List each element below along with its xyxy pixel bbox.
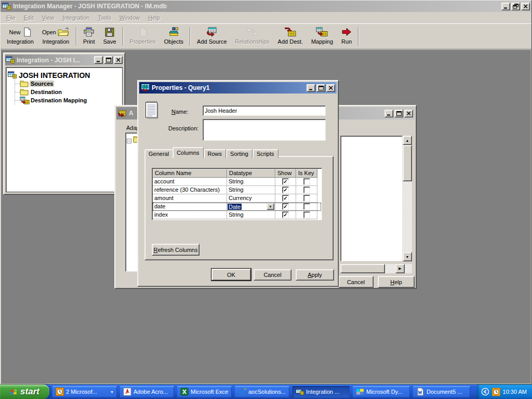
main-titlebar[interactable]: Integration Manager - JOSH INTEGRATION -… bbox=[1, 1, 531, 12]
toolbar-print-button[interactable]: Print bbox=[79, 25, 99, 48]
tree-item-sources[interactable]: Sources bbox=[15, 79, 121, 88]
hide-icons-chevron-icon[interactable] bbox=[481, 388, 489, 396]
grid-row-reference-30-characters[interactable]: reference (30 Characters)String✓ bbox=[153, 186, 321, 194]
scroll-right-icon[interactable]: ▶ bbox=[395, 264, 405, 273]
taskbar-button-2-microsof[interactable]: 2 Microsof...▼ bbox=[52, 386, 117, 398]
is-key-checkbox[interactable] bbox=[303, 187, 310, 193]
taskbar-button-integration[interactable]: Integration ... bbox=[292, 386, 350, 398]
scrollbar-thumb[interactable] bbox=[403, 145, 412, 181]
show-checkbox[interactable]: ✓ bbox=[282, 178, 289, 185]
toolbar-run-button[interactable]: Run bbox=[337, 25, 356, 48]
close-button[interactable] bbox=[404, 110, 413, 117]
toolbar-open-integration-button[interactable]: OpenIntegration bbox=[38, 25, 74, 48]
start-button[interactable]: start bbox=[0, 384, 49, 399]
taskbar-button-microsoft-excel[interactable]: Microsoft Excel bbox=[177, 386, 232, 398]
datatype-cell[interactable]: String bbox=[227, 211, 275, 219]
chevron-down-icon[interactable]: ▼ bbox=[110, 390, 114, 394]
grid-row-date[interactable]: dateDate▼✓ bbox=[153, 203, 321, 211]
minimize-button[interactable] bbox=[384, 110, 393, 117]
toolbar-new-integration-button[interactable]: NewIntegration bbox=[3, 25, 38, 48]
column-name-cell[interactable]: index bbox=[153, 211, 227, 219]
adapter-detail-list[interactable] bbox=[340, 136, 403, 261]
minimize-button[interactable] bbox=[501, 3, 510, 10]
toolbar-objects-button[interactable]: Objects bbox=[160, 25, 188, 48]
tab-rows[interactable]: Rows bbox=[204, 149, 227, 158]
datatype-cell[interactable]: String bbox=[227, 186, 275, 194]
grid-row-amount[interactable]: amountCurrency✓ bbox=[153, 194, 321, 203]
integration-window-titlebar[interactable]: Integration - JOSH I... bbox=[5, 55, 123, 65]
apply-button[interactable]: Apply bbox=[296, 269, 334, 281]
toolbar-add-dest-button[interactable]: Add Dest. bbox=[274, 25, 307, 48]
tree-item-destination-mapping[interactable]: Destination Mapping bbox=[15, 96, 121, 104]
properties-dialog-titlebar[interactable]: Properties - Query1 bbox=[139, 82, 337, 94]
tab-sorting[interactable]: Sorting bbox=[226, 149, 252, 158]
scroll-up-icon[interactable]: ▲ bbox=[403, 136, 412, 145]
vertical-scrollbar[interactable]: ▲ ▼ bbox=[403, 136, 412, 261]
menu-file[interactable]: File bbox=[2, 13, 20, 22]
toolbar-mapping-button[interactable]: Mapping bbox=[307, 25, 337, 48]
scrollbar-thumb[interactable] bbox=[340, 264, 385, 273]
maximize-button[interactable] bbox=[316, 84, 325, 92]
menu-window[interactable]: Window bbox=[115, 13, 144, 22]
is-key-checkbox[interactable] bbox=[303, 211, 310, 218]
menu-integration[interactable]: Integration bbox=[58, 13, 94, 22]
datatype-cell[interactable]: String bbox=[227, 178, 275, 186]
menu-edit[interactable]: Edit bbox=[20, 13, 38, 22]
menu-tools[interactable]: Tools bbox=[94, 13, 115, 22]
show-checkbox[interactable]: ✓ bbox=[282, 187, 289, 193]
column-name-cell[interactable]: date bbox=[153, 203, 227, 211]
maximize-button[interactable] bbox=[104, 56, 113, 64]
is-key-checkbox[interactable] bbox=[303, 195, 310, 202]
datatype-cell[interactable]: Currency bbox=[227, 194, 275, 203]
tree-expand-icon[interactable]: − bbox=[127, 139, 131, 143]
grid-row-account[interactable]: accountString✓ bbox=[153, 178, 321, 186]
description-input[interactable] bbox=[203, 119, 326, 141]
toolbar-add-source-button[interactable]: Add Source bbox=[193, 25, 231, 48]
menu-view[interactable]: View bbox=[38, 13, 59, 22]
tree-root-josh-integration[interactable]: JOSH INTEGRATION bbox=[8, 71, 121, 79]
close-button[interactable] bbox=[114, 56, 123, 64]
column-header-show[interactable]: Show bbox=[275, 169, 296, 178]
column-name-cell[interactable]: reference (30 Characters) bbox=[153, 186, 227, 194]
cancel-button[interactable]: Cancel bbox=[254, 269, 291, 281]
datatype-cell[interactable]: Date▼ bbox=[227, 203, 275, 211]
taskbar-button-microsoft-dy[interactable]: Microsoft Dy... bbox=[353, 386, 410, 398]
tab-scripts[interactable]: Scripts bbox=[252, 149, 278, 158]
name-input[interactable] bbox=[203, 105, 326, 116]
is-key-checkbox[interactable] bbox=[303, 178, 310, 185]
refresh-columns-button[interactable]: Refresh Columns bbox=[152, 244, 200, 256]
column-header-is-key[interactable]: Is Key bbox=[296, 169, 317, 178]
column-name-cell[interactable]: amount bbox=[153, 194, 227, 203]
grid-row-index[interactable]: indexString✓ bbox=[153, 211, 321, 219]
show-checkbox[interactable]: ✓ bbox=[282, 195, 289, 202]
restore-button[interactable] bbox=[511, 3, 520, 10]
datatype-combobox[interactable]: Date▼ bbox=[228, 203, 274, 210]
horizontal-scrollbar[interactable]: ▶ bbox=[340, 264, 412, 273]
chevron-down-icon[interactable]: ▼ bbox=[267, 203, 274, 210]
column-name-cell[interactable]: account bbox=[153, 178, 227, 186]
adapter-help-button[interactable]: Help bbox=[378, 276, 415, 288]
taskbar-button-aocsolutions[interactable]: aocSolutions... bbox=[235, 386, 289, 398]
close-button[interactable] bbox=[521, 3, 530, 10]
ok-button[interactable]: OK bbox=[211, 269, 251, 281]
maximize-button[interactable] bbox=[394, 110, 403, 117]
taskbar-button-document5[interactable]: Document5 ... bbox=[413, 386, 470, 398]
menu-help[interactable]: Help bbox=[144, 13, 164, 22]
show-checkbox[interactable]: ✓ bbox=[282, 211, 289, 218]
minimize-button[interactable] bbox=[307, 84, 315, 92]
show-checkbox[interactable]: ✓ bbox=[282, 203, 289, 210]
column-header-datatype[interactable]: Datatype bbox=[227, 169, 275, 178]
close-button[interactable] bbox=[326, 84, 335, 92]
toolbar-save-button[interactable]: Save bbox=[99, 25, 121, 48]
scroll-down-icon[interactable]: ▼ bbox=[403, 252, 412, 261]
is-key-checkbox[interactable] bbox=[303, 203, 310, 210]
tab-general[interactable]: General bbox=[144, 149, 173, 158]
column-header-column-name[interactable]: Column Name bbox=[153, 169, 227, 178]
taskbar-button-adobe-acro[interactable]: Adobe Acro... bbox=[120, 386, 174, 398]
tab-columns[interactable]: Columns bbox=[172, 147, 203, 158]
show-cell: ✓ bbox=[275, 211, 296, 219]
tray-clock-icon[interactable] bbox=[492, 388, 500, 396]
adapter-cancel-button[interactable]: Cancel bbox=[338, 276, 374, 288]
tree-item-destination[interactable]: Destination bbox=[15, 88, 121, 96]
minimize-button[interactable] bbox=[94, 56, 103, 64]
